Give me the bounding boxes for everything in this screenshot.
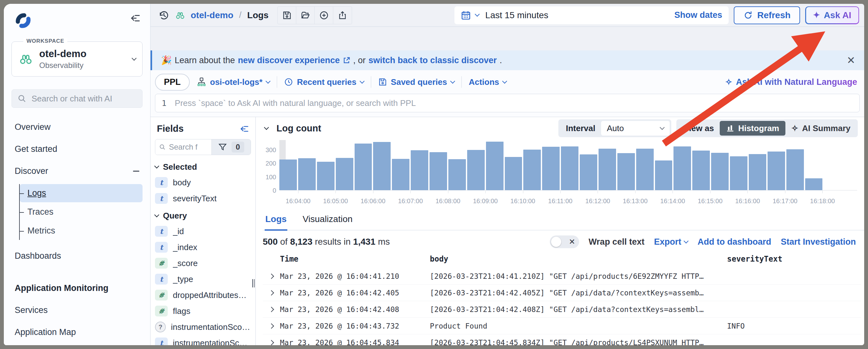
workspace-name: otel-demo [39,48,127,60]
page-action-group [277,6,352,24]
field-item-index[interactable]: t_index [155,242,251,253]
histogram-plot[interactable] [279,140,857,191]
sidebar-item-get-started[interactable]: Get started [11,140,143,158]
time-range-picker[interactable]: Last 15 minutes Show dates [455,6,728,24]
recent-queries-button[interactable]: Recent queries [284,77,364,87]
collapse-sidebar-icon[interactable] [130,13,141,23]
field-item-instrumentationscope[interactable]: ?instrumentationScope [155,322,251,332]
column-header-body[interactable]: body [430,255,727,263]
field-filter-button[interactable]: 0 [212,139,251,155]
interval-control: Interval Auto [558,119,671,137]
y-tick-label: 0 [273,187,276,194]
close-banner-icon[interactable]: ✕ [847,55,855,65]
tab-logs[interactable]: Logs [265,211,287,231]
chevron-down-icon [502,79,507,84]
field-item-body[interactable]: tbody [155,177,251,188]
sidebar-item-logs[interactable]: Logs [20,184,143,202]
expand-row-button[interactable] [263,341,280,345]
cell-body: [2026-03-23T21:04:41.210Z] "GET /api/pro… [430,272,727,281]
field-search[interactable] [155,139,212,155]
field-item-severitytext[interactable]: tseverityText [155,193,251,204]
opensearch-logo-icon[interactable] [14,11,31,29]
expand-row-button[interactable] [263,308,280,311]
sidebar-item-metrics[interactable]: Metrics [20,222,143,240]
save-button[interactable] [278,7,296,24]
column-header-time[interactable]: Time [280,255,430,263]
table-row[interactable]: Mar 23, 2026 @ 16:04:45.834[2026-03-23T2… [263,334,861,345]
wrap-text-toggle[interactable]: ✕ [550,235,579,248]
table-row[interactable]: Mar 23, 2026 @ 16:04:42.408[2026-03-23T2… [263,301,861,318]
collapse-group-icon[interactable] [133,171,140,172]
ask-ai-natural-language-button[interactable]: ✧ Ask AI with Natural Language [725,77,860,87]
refresh-button[interactable]: Refresh [734,6,800,24]
new-button[interactable] [315,7,333,24]
histogram-view-button[interactable]: Histogram [720,121,786,136]
new-discover-link[interactable]: new discover experience [238,56,340,65]
tab-visualization[interactable]: Visualization [302,211,353,230]
field-item-id[interactable]: t_id [155,226,251,237]
chevron-right-icon [269,273,274,279]
histogram-bar [692,151,710,191]
sidebar-item-dashboards[interactable]: Dashboards [11,247,143,265]
interval-select[interactable]: Auto [601,121,670,136]
sidebar-item-services[interactable]: Services [11,301,143,319]
expand-row-button[interactable] [263,324,280,328]
column-header-severitytext[interactable]: severityText [727,255,861,263]
sidebar-item-overview[interactable]: Overview [11,118,143,136]
fields-section-query[interactable]: Query [155,211,251,221]
ai-summary-button[interactable]: ✧ AI Summary [785,123,856,133]
histogram-bar [298,158,316,190]
table-row[interactable]: Mar 23, 2026 @ 16:04:43.732Product Found… [263,318,861,334]
field-item-score[interactable]: #_score [155,258,251,269]
results-tabs: LogsVisualization [263,211,864,230]
chevron-down-icon [154,164,159,169]
query-language-button[interactable]: PPL [155,74,190,91]
expand-row-button[interactable] [263,274,280,278]
field-item-droppedattributescount[interactable]: #droppedAttributesCount [155,290,251,300]
actions-menu-button[interactable]: Actions [469,77,506,87]
sidebar-search-input[interactable] [32,94,138,104]
x-tick-label: 16:11:00 [548,198,572,205]
export-button[interactable]: Export [654,237,688,247]
field-search-input[interactable] [169,143,208,151]
saved-queries-button[interactable]: Saved queries [378,77,455,87]
calendar-icon[interactable] [461,10,471,21]
field-name: droppedAttributesCount [173,290,251,300]
classic-discover-link[interactable]: switch back to classic discover [369,56,497,65]
cell-time: Mar 23, 2026 @ 16:04:42.405 [280,289,430,297]
x-tick-mark [336,191,336,193]
share-button[interactable] [333,7,352,24]
field-item-instrumentationscope[interactable]: tinstrumentationScope.… [155,338,251,345]
open-button[interactable] [296,7,315,24]
show-dates-link[interactable]: Show dates [675,10,722,20]
fields-resize-handle[interactable] [252,279,255,287]
sidebar-item-traces[interactable]: Traces [20,203,143,221]
field-item-flags[interactable]: #flags [155,306,251,317]
history-icon[interactable] [158,9,169,21]
cell-time: Mar 23, 2026 @ 16:04:41.210 [280,272,430,281]
time-range-value[interactable]: Last 15 minutes [485,10,549,21]
sidebar-nav-subgroup: LogsTracesMetrics [19,184,143,240]
collapse-fields-icon[interactable] [240,125,249,133]
sidebar-item-application-map[interactable]: Application Map [11,323,143,341]
sidebar-item-application-monitoring[interactable]: Application Monitoring [11,279,143,297]
collapse-chart-icon[interactable] [264,125,269,130]
workspace-selector[interactable]: WORKSPACE otel-demo Observability [11,41,143,77]
sidebar-item-discover[interactable]: Discover [11,162,143,180]
chevron-right-icon [269,340,274,345]
sidebar-search[interactable] [11,89,143,108]
add-to-dashboard-button[interactable]: Add to dashboard [698,237,771,247]
breadcrumb-workspace[interactable]: otel-demo [191,10,234,21]
dataset-selector[interactable]: osi-otel-logs* [197,77,270,87]
table-row[interactable]: Mar 23, 2026 @ 16:04:41.210[2026-03-23T2… [263,268,861,285]
ask-ai-button[interactable]: ✦ Ask AI [805,6,859,24]
sidebar: WORKSPACE otel-demo Observability Over [4,4,151,345]
field-item-type[interactable]: t_type [155,274,251,285]
start-investigation-button[interactable]: Start Investigation [781,237,856,247]
query-editor[interactable]: 1 Press `space` to Ask AI with natural l… [155,94,860,112]
expand-row-button[interactable] [263,291,280,295]
histogram-bar [674,146,691,190]
histogram-bar [749,154,766,190]
fields-section-selected[interactable]: Selected [155,162,251,172]
table-row[interactable]: Mar 23, 2026 @ 16:04:42.405[2026-03-23T2… [263,285,861,301]
